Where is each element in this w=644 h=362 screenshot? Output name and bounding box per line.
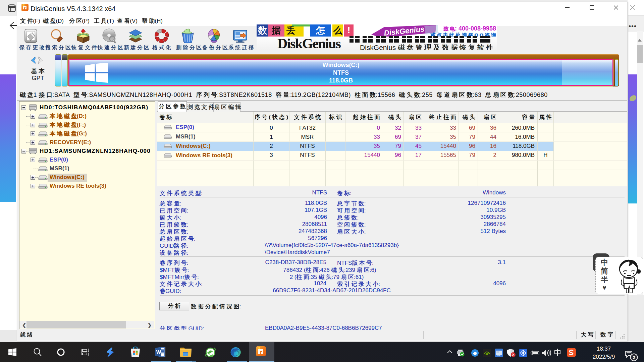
svg-text:intel: intel (497, 354, 500, 356)
svg-text:2: 2 (633, 355, 635, 360)
